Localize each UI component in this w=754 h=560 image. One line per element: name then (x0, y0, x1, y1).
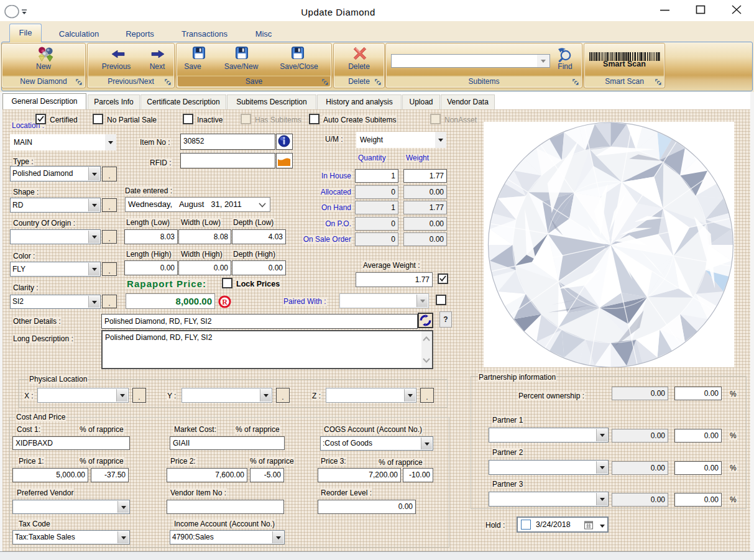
svg-text:R: R (222, 298, 228, 306)
